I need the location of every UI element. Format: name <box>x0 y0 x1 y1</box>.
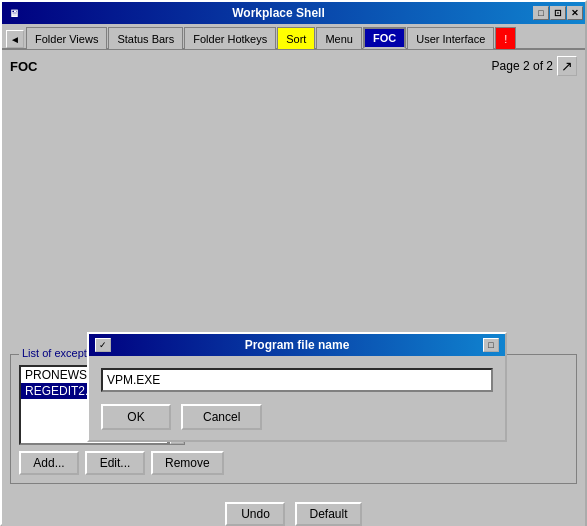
tab-exclaim[interactable]: ! <box>495 27 516 49</box>
dialog-title: Program file name <box>111 338 483 352</box>
tab-user-interface[interactable]: User Interface <box>407 27 494 49</box>
window-body: FOC Page 2 of 2 ↗ List of exceptions PRO… <box>2 50 585 526</box>
dialog-content: OK Cancel <box>89 356 505 440</box>
tab-folder-hotkeys[interactable]: Folder Hotkeys <box>184 27 276 49</box>
tab-status-bars[interactable]: Status Bars <box>108 27 183 49</box>
page-title: FOC <box>10 59 37 74</box>
bottom-bar: Undo Default <box>2 502 585 526</box>
page-number: Page 2 of 2 <box>492 59 553 73</box>
dialog-system-button[interactable]: ✓ <box>95 338 111 352</box>
content-area <box>10 84 577 214</box>
undo-button[interactable]: Undo <box>225 502 285 526</box>
close-button[interactable]: ✕ <box>567 6 583 20</box>
tab-foc[interactable]: FOC <box>363 27 406 49</box>
tab-menu[interactable]: Menu <box>316 27 362 49</box>
remove-button[interactable]: Remove <box>151 451 224 475</box>
title-bar-buttons: □ ⊡ ✕ <box>533 6 583 20</box>
tab-prev-button[interactable]: ◄ <box>6 30 24 48</box>
window-title: Workplace Shell <box>24 6 533 20</box>
page-arrow-button[interactable]: ↗ <box>557 56 577 76</box>
exception-buttons: Add... Edit... Remove <box>19 451 568 475</box>
dialog-title-bar: ✓ Program file name □ <box>89 334 505 356</box>
program-file-dialog: ✓ Program file name □ OK Cancel <box>87 332 507 442</box>
dialog-close-button[interactable]: □ <box>483 338 499 352</box>
program-file-input[interactable] <box>101 368 493 392</box>
window-icon: 🖥 <box>4 3 24 23</box>
input-wrapper <box>101 368 493 404</box>
ok-button[interactable]: OK <box>101 404 171 430</box>
tab-folder-views[interactable]: Folder Views <box>26 27 107 49</box>
main-window: 🖥 Workplace Shell □ ⊡ ✕ ◄ Folder Views S… <box>0 0 587 526</box>
cancel-button[interactable]: Cancel <box>181 404 262 430</box>
default-button[interactable]: Default <box>295 502 361 526</box>
edit-button[interactable]: Edit... <box>85 451 145 475</box>
page-header: FOC Page 2 of 2 ↗ <box>10 56 577 76</box>
page-info: Page 2 of 2 ↗ <box>492 56 577 76</box>
add-button[interactable]: Add... <box>19 451 79 475</box>
minimize-button[interactable]: □ <box>533 6 549 20</box>
title-bar: 🖥 Workplace Shell □ ⊡ ✕ <box>2 2 585 24</box>
maximize-button[interactable]: ⊡ <box>550 6 566 20</box>
tab-bar: ◄ Folder Views Status Bars Folder Hotkey… <box>2 24 585 50</box>
tab-sort[interactable]: Sort <box>277 27 315 49</box>
dialog-buttons: OK Cancel <box>101 404 493 430</box>
